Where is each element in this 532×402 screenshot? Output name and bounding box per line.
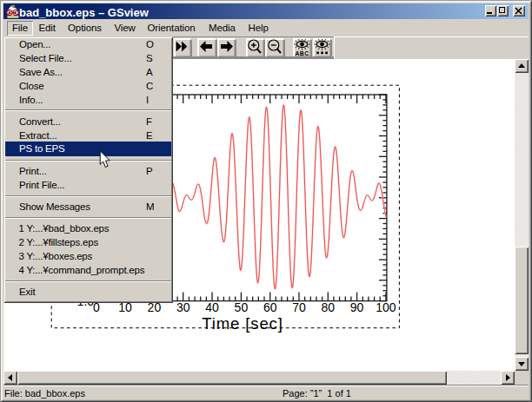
svg-text:Time [sec]: Time [sec]: [202, 314, 283, 333]
svg-text:100: 100: [376, 300, 396, 314]
svg-text:80: 80: [322, 300, 336, 314]
svg-text:40: 40: [205, 300, 219, 314]
svg-text:ABC: ABC: [295, 50, 309, 56]
svg-text:70: 70: [292, 300, 306, 314]
svg-text:30: 30: [176, 300, 190, 314]
svg-text:90: 90: [350, 300, 364, 314]
svg-text:60: 60: [263, 300, 277, 314]
svg-text:50: 50: [235, 300, 249, 314]
